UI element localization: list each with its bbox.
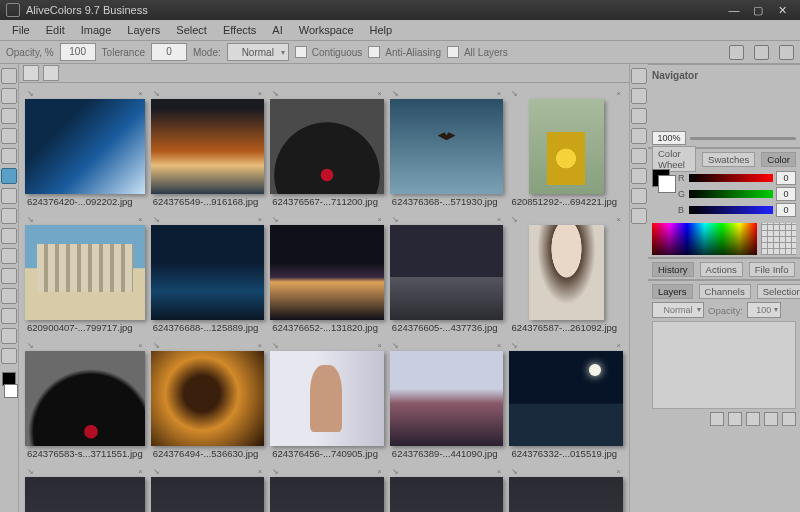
thumbnail-cell[interactable]: ↘×624376494-...536630.jpg [151,341,265,461]
doc-tab-home-icon[interactable] [23,65,39,81]
pin-icon[interactable]: ↘ [392,215,399,225]
close-button[interactable]: ✕ [770,1,794,19]
thumbnail-image[interactable] [25,477,145,512]
thumbnail-image[interactable] [270,99,384,194]
contiguous-checkbox[interactable] [295,46,307,58]
layer-mask-icon[interactable] [746,412,760,426]
thumbnail-cell[interactable]: ↘×620900407-...799717.jpg [25,215,145,335]
zoom-slider[interactable] [690,137,796,140]
pin-icon[interactable]: ↘ [27,341,34,351]
blend-mode-combo[interactable]: Normal [652,302,704,318]
thumbnail-cell[interactable]: ↘×624376583-s...3711551.jpg [25,341,145,461]
tab-color[interactable]: Color [761,152,796,167]
panel-a-icon[interactable] [631,68,647,84]
color-spectrum[interactable] [652,223,757,255]
lasso-tool[interactable] [1,108,17,124]
menu-effects[interactable]: Effects [215,20,264,40]
close-icon[interactable]: × [138,215,143,225]
close-icon[interactable]: × [616,215,621,225]
thumbnail-cell[interactable]: ↘×624376456-...740905.jpg [270,341,384,461]
layer-link-icon[interactable] [710,412,724,426]
close-icon[interactable]: × [377,467,382,477]
close-icon[interactable]: × [616,341,621,351]
navigator-preview[interactable] [652,83,796,129]
pin-icon[interactable]: ↘ [272,341,279,351]
thumbnail-image[interactable] [151,99,265,194]
zoom-value[interactable]: 100% [652,131,686,145]
layer-new-icon[interactable] [764,412,778,426]
blur-tool[interactable] [1,248,17,264]
zoom-tool[interactable] [1,348,17,364]
brush-tool[interactable] [1,168,17,184]
pin-icon[interactable]: ↘ [27,215,34,225]
opacity-input[interactable]: 100 [60,43,96,61]
close-icon[interactable]: × [138,341,143,351]
pin-icon[interactable]: ↘ [153,467,160,477]
close-icon[interactable]: × [377,341,382,351]
thumbnail-cell[interactable]: ↘×624376688-...125889.jpg [151,215,265,335]
g-value[interactable]: 0 [776,187,796,201]
doc-tab-folder-icon[interactable] [43,65,59,81]
thumbnail-image[interactable] [390,99,504,194]
close-icon[interactable]: × [497,215,502,225]
marquee-tool[interactable] [1,88,17,104]
close-icon[interactable]: × [616,467,621,477]
close-icon[interactable]: × [258,467,263,477]
tab-actions[interactable]: Actions [700,262,743,277]
thumbnail-cell[interactable]: ↘×624376605-...437736.jpg [390,215,504,335]
close-icon[interactable]: × [258,341,263,351]
hand-tool[interactable] [1,328,17,344]
r-slider[interactable] [689,174,773,182]
alllayers-checkbox[interactable] [447,46,459,58]
thumbnail-image[interactable] [509,477,623,512]
thumbnail-image[interactable] [390,351,504,446]
close-icon[interactable]: × [377,215,382,225]
thumbnail-image[interactable] [390,477,504,512]
maximize-button[interactable]: ▢ [746,1,770,19]
close-icon[interactable]: × [497,89,502,99]
pin-icon[interactable]: ↘ [511,89,518,99]
thumbnail-image[interactable] [270,477,384,512]
thumbnail-image[interactable] [25,99,145,194]
panel-e-icon[interactable] [631,148,647,164]
layers-list[interactable] [652,321,796,409]
thumbnail-cell[interactable]: ↘×624376587-...261092.jpg [509,215,623,335]
background-swatch[interactable] [658,175,676,193]
mode-combo[interactable]: Normal [227,43,289,61]
thumbnail-cell[interactable]: ↘×624376389-...441090.jpg [390,341,504,461]
layer-fx-icon[interactable] [728,412,742,426]
close-icon[interactable]: × [258,89,263,99]
menu-image[interactable]: Image [73,20,120,40]
pin-icon[interactable]: ↘ [511,341,518,351]
thumbnail-image[interactable] [151,477,265,512]
pin-icon[interactable]: ↘ [511,215,518,225]
pin-icon[interactable]: ↘ [153,341,160,351]
tab-layers[interactable]: Layers [652,284,693,299]
thumbnail-image[interactable] [270,225,384,320]
thumbnail-cell[interactable]: ↘× [509,467,623,512]
gradient-tool[interactable] [1,268,17,284]
panel-f-icon[interactable] [631,168,647,184]
help-icon[interactable] [754,45,769,60]
panel-h-icon[interactable] [631,208,647,224]
panel-b-icon[interactable] [631,88,647,104]
tab-swatches[interactable]: Swatches [702,152,755,167]
thumbnail-cell[interactable]: ↘×624376652-...131820.jpg [270,215,384,335]
pin-icon[interactable]: ↘ [392,467,399,477]
crop-tool[interactable] [1,128,17,144]
panel-d-icon[interactable] [631,128,647,144]
g-slider[interactable] [689,190,773,198]
thumbnail-cell[interactable]: ↘×624376368-...571930.jpg [390,89,504,209]
menu-help[interactable]: Help [362,20,401,40]
pin-icon[interactable]: ↘ [511,467,518,477]
menu-ai[interactable]: AI [264,20,290,40]
menu-edit[interactable]: Edit [38,20,73,40]
thumbnail-image[interactable] [151,225,265,320]
thumbnail-cell[interactable]: ↘× [270,467,384,512]
pin-icon[interactable]: ↘ [272,89,279,99]
minimize-button[interactable]: — [722,1,746,19]
smudge-tool[interactable] [1,228,17,244]
close-icon[interactable]: × [377,89,382,99]
pen-tool[interactable] [1,308,17,324]
panel-g-icon[interactable] [631,188,647,204]
